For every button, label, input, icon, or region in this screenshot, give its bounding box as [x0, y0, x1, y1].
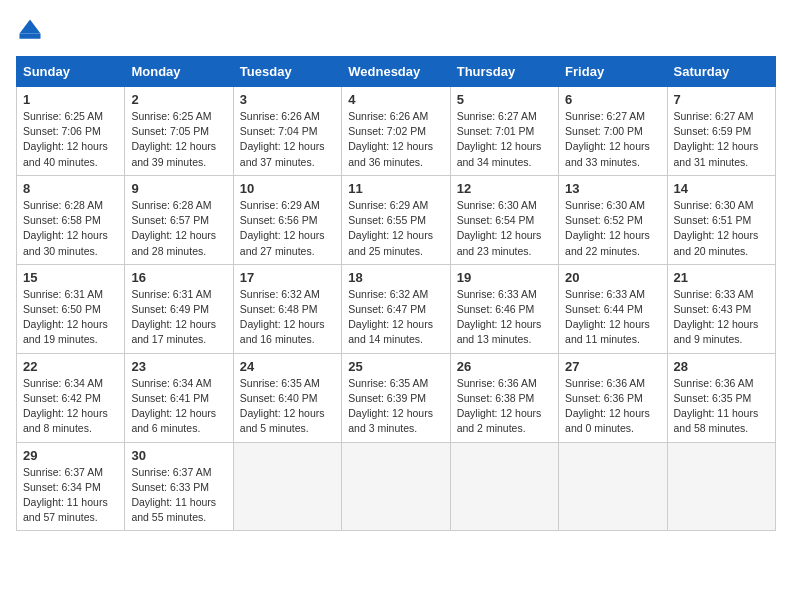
calendar-cell: 11Sunrise: 6:29 AMSunset: 6:55 PMDayligh…	[342, 175, 450, 264]
day-number: 28	[674, 359, 769, 374]
col-header-monday: Monday	[125, 57, 233, 87]
col-header-saturday: Saturday	[667, 57, 775, 87]
calendar-cell: 4Sunrise: 6:26 AMSunset: 7:02 PMDaylight…	[342, 87, 450, 176]
day-detail: Sunrise: 6:30 AMSunset: 6:54 PMDaylight:…	[457, 198, 552, 259]
day-number: 5	[457, 92, 552, 107]
day-number: 7	[674, 92, 769, 107]
day-number: 25	[348, 359, 443, 374]
day-detail: Sunrise: 6:30 AMSunset: 6:52 PMDaylight:…	[565, 198, 660, 259]
day-number: 30	[131, 448, 226, 463]
calendar-cell: 14Sunrise: 6:30 AMSunset: 6:51 PMDayligh…	[667, 175, 775, 264]
calendar-cell: 9Sunrise: 6:28 AMSunset: 6:57 PMDaylight…	[125, 175, 233, 264]
calendar-cell	[233, 442, 341, 531]
day-detail: Sunrise: 6:32 AMSunset: 6:48 PMDaylight:…	[240, 287, 335, 348]
day-detail: Sunrise: 6:33 AMSunset: 6:44 PMDaylight:…	[565, 287, 660, 348]
col-header-thursday: Thursday	[450, 57, 558, 87]
calendar-cell: 25Sunrise: 6:35 AMSunset: 6:39 PMDayligh…	[342, 353, 450, 442]
day-number: 23	[131, 359, 226, 374]
day-number: 26	[457, 359, 552, 374]
col-header-wednesday: Wednesday	[342, 57, 450, 87]
day-detail: Sunrise: 6:36 AMSunset: 6:35 PMDaylight:…	[674, 376, 769, 437]
calendar-table: SundayMondayTuesdayWednesdayThursdayFrid…	[16, 56, 776, 531]
day-number: 10	[240, 181, 335, 196]
day-number: 16	[131, 270, 226, 285]
calendar-cell: 12Sunrise: 6:30 AMSunset: 6:54 PMDayligh…	[450, 175, 558, 264]
calendar-cell: 18Sunrise: 6:32 AMSunset: 6:47 PMDayligh…	[342, 264, 450, 353]
calendar-cell: 13Sunrise: 6:30 AMSunset: 6:52 PMDayligh…	[559, 175, 667, 264]
day-detail: Sunrise: 6:25 AMSunset: 7:06 PMDaylight:…	[23, 109, 118, 170]
calendar-cell	[559, 442, 667, 531]
day-number: 8	[23, 181, 118, 196]
day-detail: Sunrise: 6:32 AMSunset: 6:47 PMDaylight:…	[348, 287, 443, 348]
calendar-cell: 6Sunrise: 6:27 AMSunset: 7:00 PMDaylight…	[559, 87, 667, 176]
day-detail: Sunrise: 6:29 AMSunset: 6:55 PMDaylight:…	[348, 198, 443, 259]
day-number: 29	[23, 448, 118, 463]
calendar-cell: 30Sunrise: 6:37 AMSunset: 6:33 PMDayligh…	[125, 442, 233, 531]
day-number: 9	[131, 181, 226, 196]
day-number: 15	[23, 270, 118, 285]
calendar-cell: 24Sunrise: 6:35 AMSunset: 6:40 PMDayligh…	[233, 353, 341, 442]
day-number: 21	[674, 270, 769, 285]
day-detail: Sunrise: 6:29 AMSunset: 6:56 PMDaylight:…	[240, 198, 335, 259]
day-detail: Sunrise: 6:36 AMSunset: 6:38 PMDaylight:…	[457, 376, 552, 437]
day-detail: Sunrise: 6:31 AMSunset: 6:50 PMDaylight:…	[23, 287, 118, 348]
day-number: 22	[23, 359, 118, 374]
calendar-week-3: 15Sunrise: 6:31 AMSunset: 6:50 PMDayligh…	[17, 264, 776, 353]
day-number: 2	[131, 92, 226, 107]
day-number: 13	[565, 181, 660, 196]
day-number: 24	[240, 359, 335, 374]
calendar-cell: 1Sunrise: 6:25 AMSunset: 7:06 PMDaylight…	[17, 87, 125, 176]
calendar-cell: 22Sunrise: 6:34 AMSunset: 6:42 PMDayligh…	[17, 353, 125, 442]
page-header	[16, 16, 776, 44]
calendar-week-5: 29Sunrise: 6:37 AMSunset: 6:34 PMDayligh…	[17, 442, 776, 531]
day-detail: Sunrise: 6:25 AMSunset: 7:05 PMDaylight:…	[131, 109, 226, 170]
day-detail: Sunrise: 6:27 AMSunset: 6:59 PMDaylight:…	[674, 109, 769, 170]
logo	[16, 16, 48, 44]
header-row: SundayMondayTuesdayWednesdayThursdayFrid…	[17, 57, 776, 87]
day-detail: Sunrise: 6:27 AMSunset: 7:00 PMDaylight:…	[565, 109, 660, 170]
day-number: 6	[565, 92, 660, 107]
calendar-cell: 21Sunrise: 6:33 AMSunset: 6:43 PMDayligh…	[667, 264, 775, 353]
calendar-cell: 28Sunrise: 6:36 AMSunset: 6:35 PMDayligh…	[667, 353, 775, 442]
day-detail: Sunrise: 6:28 AMSunset: 6:58 PMDaylight:…	[23, 198, 118, 259]
calendar-cell: 5Sunrise: 6:27 AMSunset: 7:01 PMDaylight…	[450, 87, 558, 176]
calendar-cell: 16Sunrise: 6:31 AMSunset: 6:49 PMDayligh…	[125, 264, 233, 353]
day-number: 27	[565, 359, 660, 374]
day-number: 11	[348, 181, 443, 196]
day-number: 1	[23, 92, 118, 107]
day-detail: Sunrise: 6:37 AMSunset: 6:33 PMDaylight:…	[131, 465, 226, 526]
day-detail: Sunrise: 6:33 AMSunset: 6:46 PMDaylight:…	[457, 287, 552, 348]
calendar-cell: 19Sunrise: 6:33 AMSunset: 6:46 PMDayligh…	[450, 264, 558, 353]
calendar-cell: 3Sunrise: 6:26 AMSunset: 7:04 PMDaylight…	[233, 87, 341, 176]
day-detail: Sunrise: 6:30 AMSunset: 6:51 PMDaylight:…	[674, 198, 769, 259]
calendar-cell: 15Sunrise: 6:31 AMSunset: 6:50 PMDayligh…	[17, 264, 125, 353]
day-number: 4	[348, 92, 443, 107]
day-detail: Sunrise: 6:26 AMSunset: 7:04 PMDaylight:…	[240, 109, 335, 170]
calendar-week-2: 8Sunrise: 6:28 AMSunset: 6:58 PMDaylight…	[17, 175, 776, 264]
day-number: 19	[457, 270, 552, 285]
calendar-cell: 29Sunrise: 6:37 AMSunset: 6:34 PMDayligh…	[17, 442, 125, 531]
day-detail: Sunrise: 6:33 AMSunset: 6:43 PMDaylight:…	[674, 287, 769, 348]
day-detail: Sunrise: 6:34 AMSunset: 6:41 PMDaylight:…	[131, 376, 226, 437]
day-detail: Sunrise: 6:28 AMSunset: 6:57 PMDaylight:…	[131, 198, 226, 259]
day-detail: Sunrise: 6:37 AMSunset: 6:34 PMDaylight:…	[23, 465, 118, 526]
day-number: 12	[457, 181, 552, 196]
day-detail: Sunrise: 6:35 AMSunset: 6:39 PMDaylight:…	[348, 376, 443, 437]
calendar-cell	[342, 442, 450, 531]
calendar-cell: 26Sunrise: 6:36 AMSunset: 6:38 PMDayligh…	[450, 353, 558, 442]
calendar-cell	[667, 442, 775, 531]
calendar-week-1: 1Sunrise: 6:25 AMSunset: 7:06 PMDaylight…	[17, 87, 776, 176]
calendar-week-4: 22Sunrise: 6:34 AMSunset: 6:42 PMDayligh…	[17, 353, 776, 442]
day-detail: Sunrise: 6:35 AMSunset: 6:40 PMDaylight:…	[240, 376, 335, 437]
svg-rect-1	[20, 34, 41, 39]
calendar-cell: 8Sunrise: 6:28 AMSunset: 6:58 PMDaylight…	[17, 175, 125, 264]
day-detail: Sunrise: 6:34 AMSunset: 6:42 PMDaylight:…	[23, 376, 118, 437]
day-number: 3	[240, 92, 335, 107]
day-detail: Sunrise: 6:36 AMSunset: 6:36 PMDaylight:…	[565, 376, 660, 437]
col-header-tuesday: Tuesday	[233, 57, 341, 87]
logo-icon	[16, 16, 44, 44]
calendar-cell: 17Sunrise: 6:32 AMSunset: 6:48 PMDayligh…	[233, 264, 341, 353]
col-header-sunday: Sunday	[17, 57, 125, 87]
day-detail: Sunrise: 6:26 AMSunset: 7:02 PMDaylight:…	[348, 109, 443, 170]
calendar-cell: 2Sunrise: 6:25 AMSunset: 7:05 PMDaylight…	[125, 87, 233, 176]
